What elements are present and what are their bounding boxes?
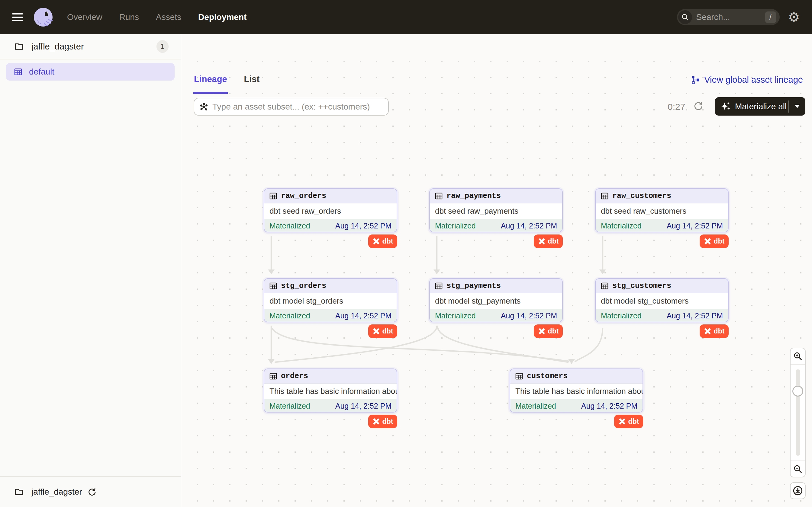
nav-item-assets[interactable]: Assets — [156, 12, 181, 22]
dbt-badge-raw_orders[interactable]: dbt — [368, 234, 397, 248]
dbt-badge-customers[interactable]: dbt — [614, 415, 643, 428]
materialized-timestamp[interactable]: Aug 14, 2:52 PM — [335, 222, 392, 230]
materialized-timestamp[interactable]: Aug 14, 2:52 PM — [501, 312, 557, 320]
materialize-all-label: Materialize all — [735, 102, 786, 111]
table-icon — [269, 192, 277, 200]
asset-description: dbt model stg_payments — [430, 293, 562, 309]
sidebar-item-default[interactable]: default — [6, 63, 174, 80]
lineage-icon — [692, 75, 701, 84]
dbt-logo-icon — [704, 327, 711, 335]
asset-node-raw_payments[interactable]: raw_payments dbt seed raw_payments Mater… — [429, 188, 563, 232]
sidebar: jaffle_dagster 1 default jaffle_dagster — [0, 34, 181, 507]
asset-name: raw_customers — [612, 192, 671, 201]
zoom-slider[interactable] — [791, 364, 805, 461]
asset-node-header: raw_orders — [264, 189, 397, 204]
asset-node-header: orders — [264, 369, 397, 384]
materialized-timestamp[interactable]: Aug 14, 2:52 PM — [667, 312, 723, 320]
asset-node-raw_orders[interactable]: raw_orders dbt seed raw_orders Materiali… — [264, 188, 397, 232]
refresh-icon[interactable] — [88, 488, 96, 496]
zoom-slider-handle[interactable] — [792, 386, 803, 397]
hamburger-menu-icon[interactable] — [12, 11, 26, 23]
sidebar-group-jaffle-dagster[interactable]: jaffle_dagster 1 — [0, 34, 181, 59]
asset-node-footer: Materialized Aug 14, 2:52 PM — [430, 219, 562, 232]
asset-description: dbt model stg_customers — [596, 293, 728, 309]
asset-node-header: stg_orders — [264, 279, 397, 293]
materialize-options-caret[interactable] — [789, 105, 805, 108]
dbt-badge-label: dbt — [714, 237, 725, 245]
dbt-logo-icon — [704, 237, 711, 245]
view-global-asset-lineage-link[interactable]: View global asset lineage — [692, 75, 803, 85]
nav-item-deployment[interactable]: Deployment — [198, 12, 247, 22]
dbt-badge-label: dbt — [714, 327, 725, 335]
asset-description: dbt seed raw_customers — [596, 204, 728, 219]
zoom-in-button[interactable] — [791, 348, 805, 364]
nav-item-overview[interactable]: Overview — [67, 12, 102, 22]
gear-icon[interactable]: ⚙ — [788, 11, 800, 24]
asset-node-stg_payments[interactable]: stg_payments dbt model stg_payments Mate… — [429, 278, 563, 322]
asset-node-footer: Materialized Aug 14, 2:52 PM — [510, 399, 643, 412]
dbt-badge-orders[interactable]: dbt — [368, 415, 397, 428]
table-icon — [601, 192, 609, 200]
materialize-all-button[interactable]: Materialize all — [715, 97, 805, 116]
nav-item-runs[interactable]: Runs — [119, 12, 139, 22]
materialized-timestamp[interactable]: Aug 14, 2:52 PM — [581, 402, 638, 410]
lineage-canvas[interactable]: raw_orders dbt seed raw_orders Materiali… — [182, 34, 812, 507]
asset-node-raw_customers[interactable]: raw_customers dbt seed raw_customers Mat… — [595, 188, 729, 232]
dbt-badge-stg_customers[interactable]: dbt — [700, 325, 729, 338]
nav-items: OverviewRunsAssetsDeployment — [67, 12, 247, 22]
asset-node-footer: Materialized Aug 14, 2:52 PM — [430, 309, 562, 322]
top-navbar: OverviewRunsAssetsDeployment Search... /… — [0, 0, 812, 34]
dbt-badge-label: dbt — [548, 237, 559, 245]
asset-name: stg_customers — [612, 282, 671, 290]
dbt-badge-raw_customers[interactable]: dbt — [700, 234, 729, 248]
refresh-icon[interactable] — [693, 101, 703, 111]
table-icon — [435, 282, 443, 290]
asset-node-footer: Materialized Aug 14, 2:52 PM — [264, 309, 397, 322]
dbt-badge-label: dbt — [383, 417, 393, 426]
asset-description: dbt model stg_orders — [264, 293, 397, 309]
sidebar-group-label: jaffle_dagster — [32, 42, 84, 52]
asset-node-orders[interactable]: orders This table has basic information … — [264, 369, 397, 412]
asset-subset-filter[interactable] — [194, 98, 389, 116]
asset-node-stg_orders[interactable]: stg_orders dbt model stg_orders Material… — [264, 278, 397, 322]
search-shortcut-badge: / — [765, 11, 776, 23]
asset-description: This table has basic information about .… — [510, 384, 643, 399]
sidebar-items: default — [0, 63, 181, 80]
tab-list[interactable]: List — [244, 72, 260, 94]
asset-node-stg_customers[interactable]: stg_customers dbt model stg_customers Ma… — [595, 278, 729, 322]
zoom-controls — [790, 348, 806, 477]
download-image-button[interactable] — [790, 482, 806, 499]
materialized-status: Materialized — [435, 312, 476, 320]
asset-node-footer: Materialized Aug 14, 2:52 PM — [264, 219, 397, 232]
asset-graph-filter-icon — [200, 103, 208, 111]
asset-name: stg_orders — [281, 282, 326, 290]
materialized-status: Materialized — [601, 312, 642, 320]
dbt-badge-stg_orders[interactable]: dbt — [368, 325, 397, 338]
asset-name: raw_payments — [447, 192, 501, 201]
table-icon — [269, 372, 277, 380]
sidebar-item-label: default — [29, 67, 54, 77]
dagster-logo-icon[interactable] — [33, 7, 53, 27]
asset-name: stg_payments — [447, 282, 501, 290]
materialized-timestamp[interactable]: Aug 14, 2:52 PM — [667, 222, 723, 230]
dbt-badge-stg_payments[interactable]: dbt — [534, 325, 563, 338]
materialized-timestamp[interactable]: Aug 14, 2:52 PM — [335, 312, 392, 320]
asset-name: raw_orders — [281, 192, 326, 201]
zoom-slider-track[interactable] — [796, 370, 800, 456]
dbt-logo-icon — [538, 237, 546, 245]
materialized-timestamp[interactable]: Aug 14, 2:52 PM — [501, 222, 557, 230]
table-icon — [435, 192, 443, 200]
tab-lineage[interactable]: Lineage — [193, 72, 228, 94]
dbt-badge-label: dbt — [383, 237, 393, 245]
asset-node-customers[interactable]: customers This table has basic informati… — [510, 369, 643, 412]
dbt-badge-label: dbt — [628, 417, 639, 426]
asset-node-header: raw_customers — [596, 189, 728, 204]
search-placeholder: Search... — [696, 12, 730, 22]
zoom-out-button[interactable] — [791, 461, 805, 477]
materialized-timestamp[interactable]: Aug 14, 2:52 PM — [335, 402, 392, 410]
sparkles-icon — [720, 101, 731, 112]
search-input[interactable]: Search... / — [677, 9, 780, 25]
materialized-status: Materialized — [601, 222, 642, 230]
asset-subset-input[interactable] — [212, 102, 383, 112]
dbt-badge-raw_payments[interactable]: dbt — [534, 234, 563, 248]
